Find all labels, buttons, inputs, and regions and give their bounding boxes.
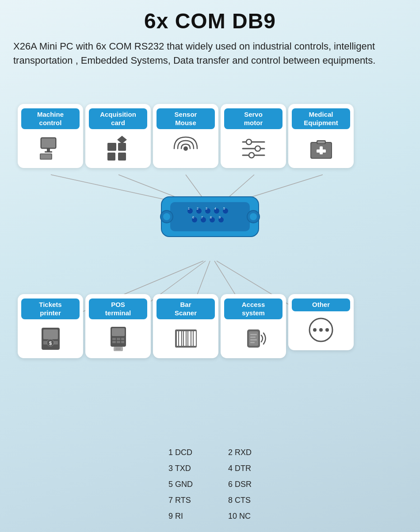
svg-text:9: 9 xyxy=(219,216,221,219)
card-tickets-printer-label: Ticketsprinter xyxy=(21,299,80,320)
pin-4: 4 DTR xyxy=(228,460,252,476)
page-container: 6x COM DB9 X26A Mini PC with 6x COM RS23… xyxy=(0,0,420,532)
svg-rect-78 xyxy=(184,331,186,346)
svg-rect-84 xyxy=(249,331,258,346)
svg-rect-59 xyxy=(43,329,58,339)
svg-rect-71 xyxy=(114,347,123,351)
svg-point-90 xyxy=(313,328,317,332)
svg-text:2: 2 xyxy=(197,207,199,210)
card-access-system: Accesssystem xyxy=(221,294,286,359)
svg-rect-74 xyxy=(175,329,197,348)
svg-rect-79 xyxy=(187,331,187,346)
description-text: X26A Mini PC with 6x COM RS232 that wide… xyxy=(13,39,402,68)
card-access-system-icon xyxy=(239,323,268,354)
card-other-icon xyxy=(307,315,336,346)
svg-point-23 xyxy=(246,139,252,145)
svg-rect-86 xyxy=(250,337,256,338)
svg-rect-13 xyxy=(45,151,52,153)
svg-rect-81 xyxy=(191,331,193,346)
pin-5: 5 GND xyxy=(168,476,193,492)
pin-6: 6 DSR xyxy=(228,476,252,492)
card-machine-control-label: Machinecontrol xyxy=(21,108,80,130)
svg-rect-88 xyxy=(250,342,255,343)
page-title: 6x COM DB9 xyxy=(13,9,407,33)
svg-rect-75 xyxy=(177,331,178,346)
card-access-system-label: Accesssystem xyxy=(224,299,283,320)
svg-point-21 xyxy=(183,146,188,151)
svg-rect-65 xyxy=(112,338,116,340)
svg-text:$: $ xyxy=(49,341,51,346)
svg-rect-16 xyxy=(107,143,116,151)
card-acquisition-icon xyxy=(104,133,133,164)
svg-point-92 xyxy=(325,328,329,332)
pin-1: 1 DCD xyxy=(168,444,193,460)
svg-rect-19 xyxy=(118,153,126,161)
svg-text:5: 5 xyxy=(223,207,225,210)
svg-text:6: 6 xyxy=(192,216,194,219)
svg-rect-17 xyxy=(118,143,126,151)
svg-rect-76 xyxy=(179,331,181,346)
svg-rect-18 xyxy=(107,153,115,161)
svg-marker-20 xyxy=(117,136,127,144)
card-sensor-mouse-icon xyxy=(172,133,200,164)
svg-text:1: 1 xyxy=(188,207,190,210)
svg-rect-33 xyxy=(317,149,326,153)
svg-rect-69 xyxy=(117,341,120,343)
svg-text:8: 8 xyxy=(210,216,212,219)
card-bar-scanner-icon xyxy=(172,323,200,354)
pin-col-right: 2 RXD 4 DTR 6 DSR 8 CTS 10 NC xyxy=(228,444,252,524)
card-sensor-mouse: SensorMouse xyxy=(153,104,218,168)
svg-rect-31 xyxy=(317,141,325,143)
card-pos-terminal: POSterminal xyxy=(85,294,151,359)
card-servo-motor-label: Servomotor xyxy=(224,108,283,130)
pin-8: 8 CTS xyxy=(228,492,252,508)
svg-point-39 xyxy=(250,213,257,220)
card-medical-icon xyxy=(307,133,336,164)
svg-rect-70 xyxy=(121,341,124,343)
card-acquisition: Acquisitioncard xyxy=(85,104,151,168)
pin-2: 2 RXD xyxy=(228,444,252,460)
card-bar-scanner: BarScaner xyxy=(153,294,218,359)
db9-connector: 1 2 3 4 5 6 7 8 9 xyxy=(157,188,263,245)
svg-rect-15 xyxy=(41,154,51,159)
svg-text:3: 3 xyxy=(206,207,207,210)
svg-rect-12 xyxy=(47,149,50,151)
pin-legend: 1 DCD 3 TXD 5 GND 7 RTS 9 RI 2 RXD 4 DTR… xyxy=(13,444,407,524)
card-machine-control: Machinecontrol xyxy=(18,104,83,168)
card-medical-label: MedicalEquipment xyxy=(292,108,350,130)
svg-text:4: 4 xyxy=(214,207,216,210)
svg-rect-87 xyxy=(250,339,257,341)
card-pos-terminal-icon xyxy=(104,323,133,354)
card-servo-motor-icon xyxy=(239,133,268,164)
svg-rect-85 xyxy=(250,334,257,335)
card-machine-control-icon xyxy=(36,133,65,164)
pin-3: 3 TXD xyxy=(168,460,193,476)
pin-9: 9 RI xyxy=(168,508,193,524)
svg-rect-11 xyxy=(42,138,55,148)
svg-rect-64 xyxy=(112,328,125,336)
card-pos-terminal-label: POSterminal xyxy=(89,299,147,320)
svg-point-91 xyxy=(319,328,323,332)
diagram-area: Machinecontrol Acquisitioncard xyxy=(13,77,407,440)
svg-rect-82 xyxy=(194,331,196,346)
card-tickets-printer: Ticketsprinter $ xyxy=(18,294,83,359)
pin-10: 10 NC xyxy=(228,508,252,524)
pin-col-left: 1 DCD 3 TXD 5 GND 7 RTS 9 RI xyxy=(168,444,193,524)
svg-text:7: 7 xyxy=(201,216,203,219)
card-tickets-printer-icon: $ xyxy=(36,323,65,354)
card-other-label: Other xyxy=(292,299,350,311)
svg-rect-66 xyxy=(117,338,120,340)
card-acquisition-label: Acquisitioncard xyxy=(89,108,147,130)
svg-rect-67 xyxy=(121,338,124,340)
pin-7: 7 RTS xyxy=(168,492,193,508)
card-bar-scanner-label: BarScaner xyxy=(157,299,215,320)
svg-rect-77 xyxy=(182,331,183,346)
svg-rect-68 xyxy=(112,341,116,343)
svg-point-27 xyxy=(249,153,254,158)
svg-rect-80 xyxy=(188,331,191,346)
svg-point-25 xyxy=(255,146,260,151)
card-servo-motor: Servomotor xyxy=(221,104,286,168)
card-medical: MedicalEquipment xyxy=(288,104,354,168)
card-other: Other xyxy=(288,294,354,350)
card-sensor-mouse-label: SensorMouse xyxy=(157,108,215,130)
